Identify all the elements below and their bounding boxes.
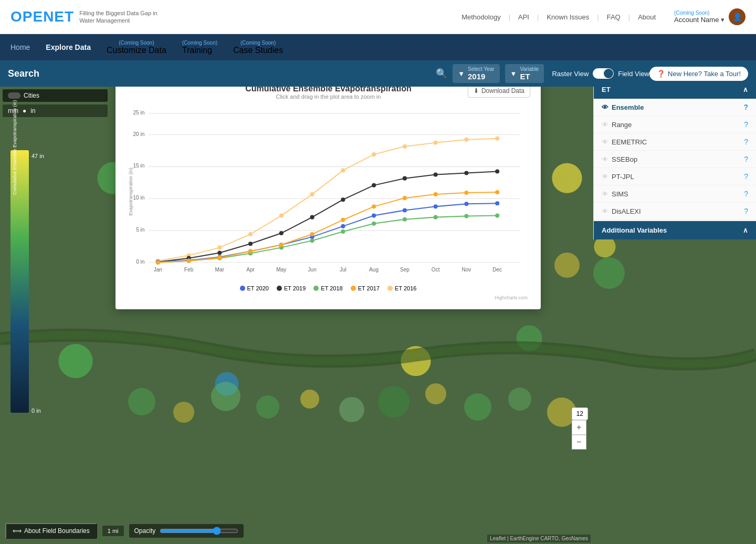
disalexi-item[interactable]: 👁 DisALEXI ? (594, 203, 756, 220)
variable-selector[interactable]: ▼ Variable ET (505, 64, 544, 83)
eemetric-item[interactable]: 👁 EEMETRIC ? (594, 133, 756, 151)
svg-point-36 (378, 386, 410, 417)
logo[interactable]: OPENET Filling the Biggest Data Gap in W… (10, 8, 158, 25)
ssebop-help-icon[interactable]: ? (744, 155, 748, 163)
svg-point-97 (372, 214, 376, 218)
range-help-icon[interactable]: ? (744, 120, 748, 129)
svg-point-70 (279, 214, 284, 218)
range-item-left: 👁 Range (602, 121, 632, 129)
legend-top-value: 47 in (32, 153, 44, 159)
range-item[interactable]: 👁 Range ? (594, 116, 756, 133)
case-studies-label: Case Studies (233, 46, 283, 55)
customize-coming-soon: (Coming Soon) (107, 40, 166, 46)
ptjpl-item[interactable]: 👁 PT-JPL ? (594, 168, 756, 185)
opacity-slider[interactable] (160, 527, 238, 535)
svg-text:Mar: Mar (215, 267, 225, 273)
zoom-level-badge: 12 (572, 407, 588, 420)
svg-point-96 (341, 224, 345, 228)
ptjpl-eye-icon: 👁 (602, 173, 608, 181)
nav-divider-4: | (628, 13, 630, 21)
sims-item[interactable]: 👁 SIMS ? (594, 185, 756, 203)
chart-svg-container[interactable]: 0 in 5 in 10 in 15 in 20 in 25 in Evapot… (126, 102, 530, 281)
svg-point-84 (341, 197, 345, 202)
about-link[interactable]: About (638, 13, 656, 21)
svg-text:Jun: Jun (308, 267, 316, 273)
methodology-link[interactable]: Methodology (461, 13, 500, 21)
disalexi-help-icon[interactable]: ? (744, 207, 748, 215)
explore-data-link[interactable]: Explore Data (46, 43, 91, 51)
ensemble-help-icon[interactable]: ? (743, 103, 748, 111)
svg-point-37 (425, 383, 446, 404)
year-selector[interactable]: ▼ Select Year 2019 (453, 64, 499, 83)
ensemble-item[interactable]: 👁 Ensemble ? (594, 99, 756, 116)
svg-point-35 (339, 397, 364, 422)
svg-point-110 (403, 217, 407, 222)
legend-item-et2017: ET 2017 (351, 285, 380, 291)
customize-data-label: Customize Data (107, 46, 166, 55)
question-circle-icon: ❓ (657, 70, 665, 78)
map-bottom-controls: ⟺ About Field Boundaries 1 mi Opacity (0, 523, 756, 539)
svg-point-123 (434, 192, 438, 196)
zoom-out-button[interactable]: − (572, 435, 586, 449)
svg-point-101 (495, 201, 499, 205)
legend-item-et2016: ET 2016 (387, 285, 416, 291)
eemetric-help-icon[interactable]: ? (744, 138, 748, 146)
case-studies-nav-item[interactable]: (Coming Soon) Case Studies (233, 40, 283, 55)
svg-point-99 (434, 204, 438, 208)
svg-point-76 (464, 138, 468, 142)
et2018-dot (313, 286, 319, 291)
svg-text:May: May (276, 267, 287, 273)
svg-point-122 (403, 196, 407, 200)
account-dropdown-icon: ▾ (721, 16, 724, 24)
svg-point-31 (173, 402, 194, 423)
field-boundaries-button[interactable]: ⟺ About Field Boundaries (5, 523, 97, 539)
svg-point-33 (256, 395, 279, 419)
additional-vars-collapse-icon: ∧ (743, 226, 748, 234)
unit-toggle[interactable]: mm ● in (3, 104, 108, 117)
chart-svg: 0 in 5 in 10 in 15 in 20 in 25 in Evapot… (126, 102, 530, 281)
api-link[interactable]: API (518, 13, 529, 21)
arrows-icon: ⟺ (13, 527, 22, 535)
view-toggle-switch[interactable] (593, 68, 614, 79)
home-link[interactable]: Home (10, 43, 30, 51)
svg-text:Oct: Oct (432, 267, 440, 273)
avatar[interactable]: 👤 (729, 8, 746, 25)
new-here-button[interactable]: ❓ New Here? Take a Tour! (649, 67, 748, 81)
customize-data-nav-item[interactable]: (Coming Soon) Customize Data (107, 40, 166, 55)
training-coming-soon: (Coming Soon) (182, 40, 217, 46)
svg-point-125 (495, 190, 499, 194)
svg-text:Nov: Nov (461, 267, 471, 273)
et2019-dot (277, 286, 282, 291)
opacity-label: Opacity (134, 527, 156, 535)
search-button[interactable]: 🔍 (436, 68, 447, 79)
top-navigation: OPENET Filling the Biggest Data Gap in W… (0, 0, 756, 34)
ssebop-item[interactable]: 👁 SSEBop ? (594, 151, 756, 168)
et-section-label: ET (602, 86, 611, 93)
disalexi-label: DisALEXI (612, 207, 641, 215)
select-year-chevron: ▼ (458, 70, 465, 78)
sims-help-icon[interactable]: ? (744, 190, 748, 198)
ssebop-item-left: 👁 SSEBop (602, 155, 637, 163)
svg-point-73 (372, 152, 376, 156)
disalexi-eye-icon: 👁 (602, 207, 608, 215)
et2017-label: ET 2017 (358, 285, 380, 291)
ptjpl-help-icon[interactable]: ? (744, 172, 748, 181)
in-unit[interactable]: in (30, 107, 35, 114)
training-nav-item[interactable]: (Coming Soon) Training (182, 40, 217, 55)
search-label: Search (8, 68, 436, 79)
known-issues-link[interactable]: Known Issues (547, 13, 589, 21)
account-area[interactable]: (Coming Soon) Account Name ▾ 👤 (674, 8, 746, 25)
cities-toggle[interactable]: Cities (3, 89, 108, 102)
ensemble-eye-icon: 👁 (602, 103, 608, 111)
zoom-controls: 12 + − (572, 407, 588, 449)
range-eye-icon: 👁 (602, 121, 608, 129)
zoom-in-button[interactable]: + (572, 420, 586, 435)
svg-point-80 (217, 250, 222, 255)
sims-label: SIMS (612, 190, 628, 198)
logo-text: OPENET (10, 8, 74, 25)
additional-variables-header[interactable]: Additional Variables ∧ (594, 221, 756, 239)
nav-divider-2: | (537, 13, 539, 21)
toggle-knob (604, 69, 613, 78)
faq-link[interactable]: FAQ (607, 13, 621, 21)
et2016-label: ET 2016 (395, 285, 416, 291)
